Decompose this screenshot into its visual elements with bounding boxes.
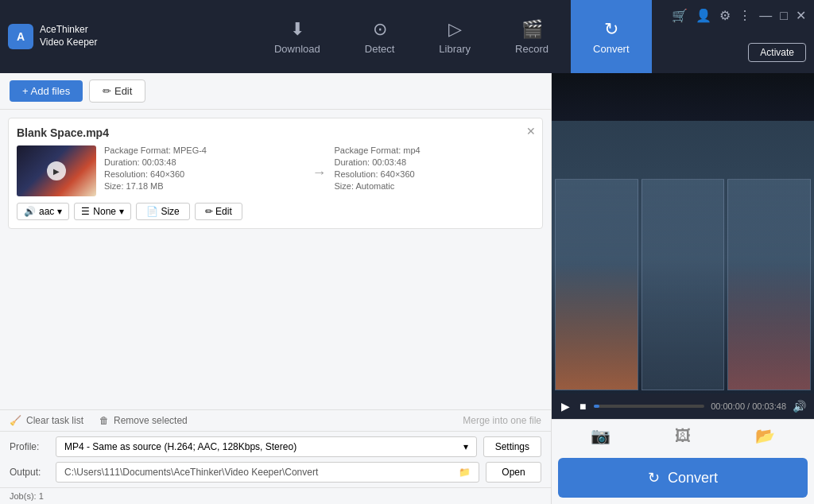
target-duration: Duration: 00:03:48 bbox=[335, 157, 535, 167]
file-meta: Package Format: MPEG-4 Duration: 00:03:4… bbox=[104, 145, 534, 193]
status-bar: Job(s): 1 bbox=[0, 487, 551, 504]
convert-label: Convert bbox=[668, 470, 718, 487]
arrow-icon: → bbox=[312, 145, 327, 193]
output-row: Output: C:\Users\111\Documents\AceThinke… bbox=[10, 462, 541, 483]
file-item-body: ▶ Package Format: MPEG-4 Duration: 00:03… bbox=[17, 145, 534, 196]
stop-button[interactable]: ■ bbox=[578, 398, 587, 414]
source-meta: Package Format: MPEG-4 Duration: 00:03:4… bbox=[104, 145, 304, 193]
size-button[interactable]: 📄 Size bbox=[136, 203, 190, 220]
user-icon[interactable]: 👤 bbox=[696, 8, 711, 23]
activate-button[interactable]: Activate bbox=[748, 43, 806, 62]
trash-icon: 🗑 bbox=[99, 415, 109, 426]
file-item: Blank Space.mp4 ▶ Package Format: MPEG-4… bbox=[8, 118, 543, 229]
profile-chevron-icon: ▾ bbox=[463, 441, 468, 452]
maximize-icon[interactable]: □ bbox=[780, 9, 788, 23]
profile-section: Profile: MP4 - Same as source (H.264; AA… bbox=[0, 431, 551, 487]
cart-icon[interactable]: 🛒 bbox=[672, 8, 688, 23]
profile-label: Profile: bbox=[10, 441, 49, 452]
nav-item-library[interactable]: ▷ Library bbox=[417, 0, 493, 73]
video-bottom-icons: 📷 🖼 📂 bbox=[552, 419, 814, 452]
minimize-icon[interactable]: — bbox=[759, 9, 772, 23]
broom-icon: 🧹 bbox=[10, 415, 21, 426]
target-size: Size: Automatic bbox=[335, 181, 535, 191]
profile-value: MP4 - Same as source (H.264; AAC, 128Kbp… bbox=[64, 441, 297, 452]
add-files-button[interactable]: + Add files bbox=[10, 80, 83, 102]
source-package-format: Package Format: MPEG-4 bbox=[104, 145, 304, 155]
figure-left bbox=[556, 264, 638, 390]
source-size: Size: 17.18 MB bbox=[104, 181, 304, 191]
output-label: Output: bbox=[10, 467, 49, 478]
nav-label-convert: Convert bbox=[593, 43, 630, 55]
nav-item-download[interactable]: ⬇ Download bbox=[252, 0, 343, 73]
clear-task-button[interactable]: 🧹 Clear task list bbox=[10, 415, 83, 426]
jobs-status: Job(s): 1 bbox=[10, 491, 44, 501]
gallery-icon[interactable]: 🖼 bbox=[675, 427, 691, 445]
output-path: C:\Users\111\Documents\AceThinker\Video … bbox=[56, 462, 479, 483]
app-logo: A AceThinker Video Keeper bbox=[8, 24, 98, 49]
close-icon[interactable]: ✕ bbox=[796, 8, 806, 23]
gear-icon[interactable]: ⚙ bbox=[719, 8, 731, 23]
profile-select[interactable]: MP4 - Same as source (H.264; AAC, 128Kbp… bbox=[56, 436, 477, 457]
play-button[interactable]: ▶ bbox=[560, 398, 572, 414]
more-icon[interactable]: ⋮ bbox=[738, 8, 751, 23]
convert-section: ↻ Convert bbox=[552, 452, 814, 504]
convert-icon: ↻ bbox=[648, 469, 660, 487]
app-logo-text: AceThinker Video Keeper bbox=[40, 24, 98, 48]
nav-item-record[interactable]: 🎬 Record bbox=[493, 0, 571, 73]
main-content: + Add files ✏ Edit Blank Space.mp4 ▶ Pac… bbox=[0, 73, 814, 504]
video-controls: ▶ ■ 00:00:00 / 00:03:48 🔊 bbox=[552, 394, 814, 419]
settings-button[interactable]: Settings bbox=[483, 436, 541, 457]
snapshot-icon[interactable]: 📷 bbox=[591, 426, 610, 445]
figure-right bbox=[728, 264, 810, 390]
remove-selected-button[interactable]: 🗑 Remove selected bbox=[99, 415, 188, 426]
app-logo-icon: A bbox=[8, 24, 33, 49]
volume-button[interactable]: 🔊 bbox=[793, 400, 806, 413]
scene-frame bbox=[552, 121, 814, 394]
library-icon: ▷ bbox=[448, 19, 462, 40]
close-file-button[interactable]: ✕ bbox=[526, 125, 536, 138]
scene-pane-left bbox=[555, 179, 638, 390]
target-resolution: Resolution: 640×360 bbox=[335, 169, 535, 179]
video-preview bbox=[552, 73, 814, 394]
nav-item-detect[interactable]: ⊙ Detect bbox=[343, 0, 417, 73]
nav-label-library: Library bbox=[439, 43, 471, 55]
title-bar-icons: 🛒 👤 ⚙ ⋮ — □ ✕ bbox=[672, 8, 806, 23]
audio-icon: 🔊 bbox=[24, 206, 36, 217]
folder-icon: 📁 bbox=[459, 467, 471, 478]
file-name: Blank Space.mp4 bbox=[17, 126, 534, 139]
detect-icon: ⊙ bbox=[373, 19, 387, 40]
nav-label-record: Record bbox=[515, 43, 548, 55]
subtitle-select[interactable]: ☰ None ▾ bbox=[74, 203, 131, 220]
edit-button[interactable]: ✏ Edit bbox=[89, 79, 145, 103]
target-package-format: Package Format: mp4 bbox=[335, 145, 535, 155]
source-resolution: Resolution: 640×360 bbox=[104, 169, 304, 179]
nav-label-detect: Detect bbox=[365, 43, 395, 55]
file-edit-button[interactable]: ✏ Edit bbox=[195, 203, 242, 220]
subtitle-chevron-icon: ▾ bbox=[119, 206, 124, 217]
progress-fill bbox=[594, 405, 599, 408]
merge-label: Merge into one file bbox=[463, 415, 541, 426]
bottom-actions: 🧹 Clear task list 🗑 Remove selected Merg… bbox=[0, 409, 551, 431]
convert-button[interactable]: ↻ Convert bbox=[558, 458, 808, 498]
time-display: 00:00:00 / 00:03:48 bbox=[711, 401, 786, 411]
file-thumbnail: ▶ bbox=[17, 145, 96, 196]
scene-panes bbox=[552, 176, 814, 394]
title-bar: A AceThinker Video Keeper ⬇ Download ⊙ D… bbox=[0, 0, 814, 73]
source-duration: Duration: 00:03:48 bbox=[104, 157, 304, 167]
scene-pane-center bbox=[642, 179, 725, 390]
right-container: ▶ ■ 00:00:00 / 00:03:48 🔊 📷 🖼 📂 ↻ Conver… bbox=[552, 73, 814, 504]
play-icon: ▶ bbox=[47, 161, 66, 180]
scene-pane-right bbox=[727, 179, 811, 390]
audio-codec-select[interactable]: 🔊 aac ▾ bbox=[17, 203, 69, 220]
target-meta: Package Format: mp4 Duration: 00:03:48 R… bbox=[335, 145, 535, 193]
nav-label-download: Download bbox=[274, 43, 320, 55]
open-folder-icon[interactable]: 📂 bbox=[755, 426, 775, 445]
video-scene bbox=[552, 73, 814, 394]
download-icon: ⬇ bbox=[290, 19, 304, 40]
nav-item-convert[interactable]: ↻ Convert bbox=[571, 0, 652, 73]
progress-bar[interactable] bbox=[594, 405, 704, 408]
record-icon: 🎬 bbox=[521, 19, 543, 40]
left-panel: + Add files ✏ Edit Blank Space.mp4 ▶ Pac… bbox=[0, 73, 552, 504]
toolbar: + Add files ✏ Edit bbox=[0, 73, 551, 110]
open-button[interactable]: Open bbox=[486, 462, 541, 483]
